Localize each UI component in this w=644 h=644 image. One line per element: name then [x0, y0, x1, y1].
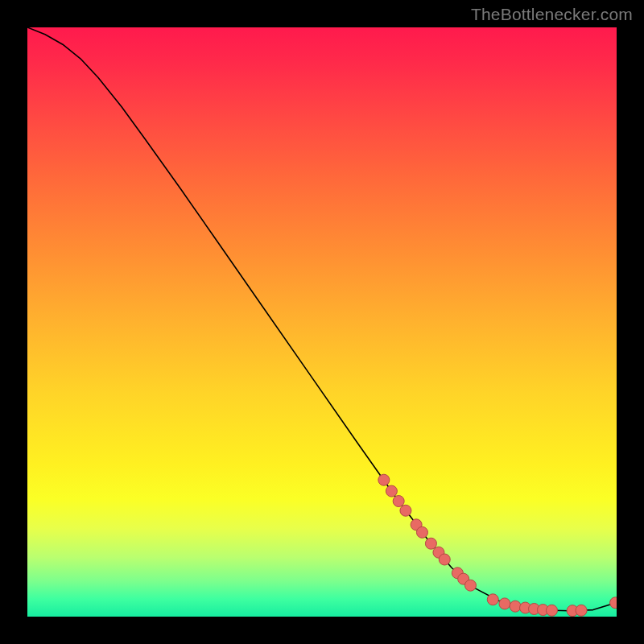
scatter-layer [27, 27, 617, 617]
scatter-dot [487, 594, 498, 605]
scatter-dot [546, 605, 557, 616]
scatter-dot [425, 538, 436, 549]
plot-area [27, 27, 617, 617]
scatter-dot [610, 597, 617, 609]
scatter-dot [393, 496, 404, 507]
scatter-dot [416, 526, 427, 538]
scatter-dot [378, 474, 390, 485]
watermark-text: TheBottlenecker.com [471, 5, 633, 24]
scatter-dot [400, 505, 411, 516]
scatter-group [378, 474, 617, 617]
scatter-dot [510, 601, 521, 612]
scatter-dot [499, 598, 510, 609]
scatter-dot [464, 580, 476, 591]
chart-stage: TheBottlenecker.com [0, 0, 644, 644]
scatter-dot [576, 605, 587, 616]
scatter-dot [439, 554, 450, 565]
scatter-dot [386, 485, 397, 497]
